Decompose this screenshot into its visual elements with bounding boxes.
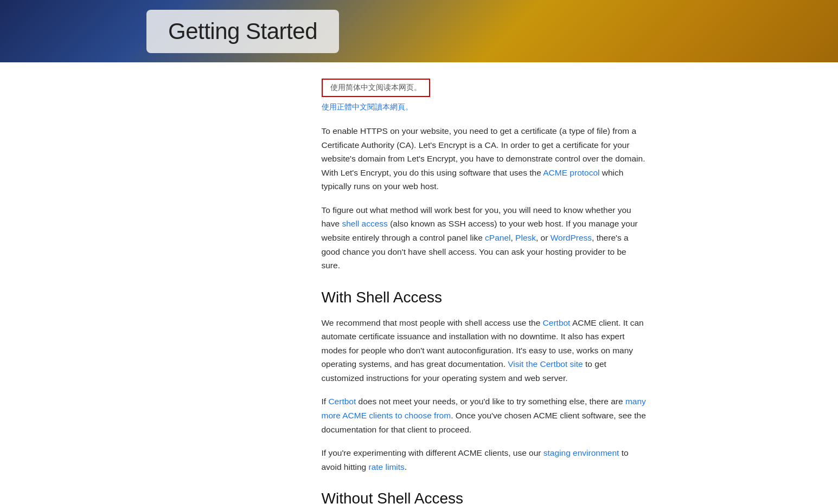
intro-para-2: To figure out what method will work best…: [322, 203, 647, 273]
page-title: Getting Started: [168, 18, 317, 44]
staging-environment-link[interactable]: staging environment: [543, 448, 619, 457]
certbot-link-1[interactable]: Certbot: [543, 318, 571, 327]
main-content: 使用简体中文阅读本网页。 使用正體中文閱讀本網頁。 To enable HTTP…: [181, 62, 658, 504]
no-shell-access-heading: Without Shell Access: [322, 490, 647, 504]
traditional-chinese-link[interactable]: 使用正體中文閱讀本網頁。: [322, 102, 647, 112]
shell-access-link[interactable]: shell access: [342, 219, 387, 228]
plesk-link[interactable]: Plesk: [515, 233, 536, 242]
certbot-link-2[interactable]: Certbot: [328, 397, 356, 406]
shell-access-heading: With Shell Access: [322, 289, 647, 306]
acme-protocol-link[interactable]: ACME protocol: [543, 168, 599, 177]
intro-para-1: To enable HTTPS on your website, you nee…: [322, 124, 647, 193]
rate-limits-link[interactable]: rate limits: [369, 462, 405, 471]
simplified-chinese-text: 使用简体中文阅读本网页。: [330, 83, 421, 92]
header-banner: Getting Started: [0, 0, 838, 62]
page-title-box: Getting Started: [146, 10, 339, 53]
shell-para-2: If Certbot does not meet your needs, or …: [322, 395, 647, 436]
wordpress-link[interactable]: WordPress: [551, 233, 592, 242]
shell-para-3: If you're experimenting with different A…: [322, 446, 647, 474]
cpanel-link[interactable]: cPanel: [485, 233, 510, 242]
shell-para-1: We recommend that most people with shell…: [322, 316, 647, 385]
simplified-chinese-link-box[interactable]: 使用简体中文阅读本网页。: [322, 79, 430, 97]
visit-certbot-link[interactable]: Visit the Certbot site: [508, 359, 583, 369]
